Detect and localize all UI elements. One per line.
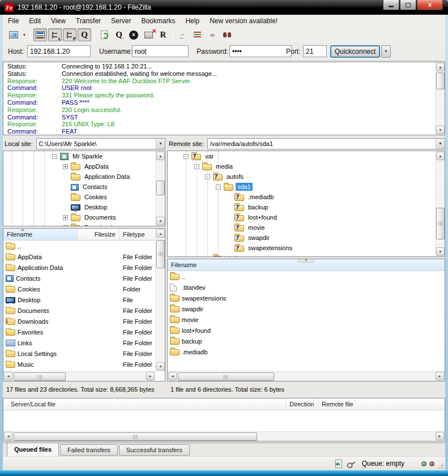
menu-file[interactable]: File (3, 15, 24, 27)
column-header-filename[interactable]: Filename (3, 229, 78, 240)
toggle-log-button[interactable] (33, 28, 47, 41)
tree-item-autofs[interactable]: -autofs (168, 171, 445, 182)
host-input[interactable] (27, 45, 91, 57)
scrollbar-thumb[interactable] (156, 240, 165, 268)
expand-icon[interactable]: + (63, 164, 68, 169)
tree-item-mr-sparkle[interactable]: -Mr Sparkle (3, 151, 165, 161)
file-row[interactable]: LinksFile Folder (3, 337, 165, 348)
tab-queued-files[interactable]: Queued files (7, 443, 59, 456)
scrollbar-thumb[interactable] (14, 372, 66, 381)
file-row[interactable]: lost+found (168, 325, 445, 336)
collapse-expander-icon[interactable]: - (184, 154, 189, 159)
menu-new-version[interactable]: New version available! (204, 15, 283, 27)
tree-item-mediadb[interactable]: .mediadb (168, 192, 445, 202)
remote-tree-scrollbar[interactable]: ▲ ▼ (435, 151, 445, 256)
resize-grip[interactable] (438, 463, 444, 469)
tree-item-dvd[interactable]: dvd (168, 253, 445, 257)
tree-item-swapextensions[interactable]: swapextensions (168, 243, 445, 253)
expand-icon[interactable]: + (63, 225, 68, 227)
file-row[interactable]: AppDataFile Folder (3, 251, 165, 262)
file-row[interactable]: MusicFile Folder (3, 359, 165, 370)
file-row[interactable]: .. (3, 241, 165, 251)
toggle-queue-button[interactable]: Q (78, 28, 91, 41)
site-manager-dropdown[interactable]: ▼ (21, 28, 28, 41)
tree-item-downloads[interactable]: +Downloads (3, 222, 165, 226)
local-site-dropdown[interactable]: ▼ (156, 139, 165, 149)
cancel-button[interactable]: × (127, 28, 140, 41)
scroll-up-button[interactable]: ▲ (436, 152, 445, 160)
file-row[interactable]: Local SettingsFile Folder (3, 348, 165, 359)
scroll-up-button[interactable]: ▲ (156, 152, 165, 160)
local-site-input[interactable] (37, 139, 156, 149)
scrollbar-thumb[interactable] (436, 208, 445, 239)
file-row[interactable]: DesktopFile (3, 294, 165, 305)
tree-item-swapdir[interactable]: swapdir (168, 233, 445, 243)
scrollbar-thumb[interactable] (178, 372, 274, 381)
port-input[interactable] (303, 45, 327, 57)
queue-hscrollbar[interactable]: ◄ ► (3, 431, 445, 441)
scroll-left-button[interactable]: ◄ (4, 432, 12, 440)
find-files-button[interactable] (220, 28, 234, 41)
password-input[interactable] (229, 45, 292, 57)
transfer-type-icon[interactable]: A (335, 460, 342, 468)
local-list-vscrollbar[interactable]: ▲ ▼ (155, 229, 165, 371)
file-row[interactable]: FavoritesFile Folder (3, 327, 165, 337)
scrollbar-thumb[interactable] (14, 432, 257, 441)
tab-failed-transfers[interactable]: Failed transfers (60, 444, 118, 456)
reconnect-button[interactable]: R (156, 28, 170, 41)
menu-transfer[interactable]: Transfer (71, 15, 106, 27)
scroll-right-button[interactable]: ► (436, 372, 444, 380)
tree-item-desktop[interactable]: Desktop (3, 202, 165, 212)
close-button[interactable]: × (417, 0, 443, 10)
column-header-direction[interactable]: Direction (286, 398, 318, 410)
file-row[interactable]: .. (168, 271, 445, 282)
remote-site-dropdown[interactable]: ▼ (436, 139, 445, 149)
scrollbar-thumb[interactable] (436, 72, 445, 89)
process-queue-button[interactable]: Q→ (112, 28, 126, 41)
menu-edit[interactable]: Edit (24, 15, 46, 27)
quickconnect-button[interactable]: Quickconnect (330, 45, 380, 58)
local-tree-scrollbar[interactable]: ▲ ▼ (155, 151, 165, 226)
toggle-remote-tree-button[interactable]: F (63, 28, 76, 41)
file-row[interactable]: .mediadb (168, 346, 445, 357)
file-row[interactable]: backup (168, 336, 445, 346)
quickconnect-dropdown[interactable]: ▼ (381, 45, 391, 58)
local-list-hscrollbar[interactable]: ◄ ► (3, 371, 155, 381)
expand-icon[interactable]: + (63, 215, 68, 220)
collapse-expander-icon[interactable]: - (194, 164, 199, 169)
filter-button[interactable] (191, 28, 204, 41)
column-header-remote-file[interactable]: Remote file (318, 398, 445, 410)
tree-item-backup[interactable]: backup (168, 202, 445, 212)
column-header-filesize[interactable]: Filesize (78, 229, 120, 240)
collapse-expander-icon[interactable]: - (52, 154, 57, 159)
disconnect-button[interactable]: × (142, 28, 155, 41)
toggle-local-tree-button[interactable]: L (48, 28, 62, 41)
collapse-panel-icon[interactable]: ▼ (298, 259, 314, 263)
scroll-left-button[interactable]: ◄ (168, 372, 177, 380)
maximize-button[interactable] (400, 0, 416, 10)
file-row[interactable]: Application DataFile Folder (3, 262, 165, 273)
filezilla-logo-icon[interactable]: Fz (5, 3, 14, 12)
tree-item-sda1[interactable]: -sda1 (168, 182, 445, 192)
menu-view[interactable]: View (46, 15, 71, 27)
username-input[interactable] (132, 45, 189, 57)
menu-bookmarks[interactable]: Bookmarks (136, 15, 180, 27)
minimize-button[interactable] (383, 0, 399, 10)
column-header-server-local-file[interactable]: Server/Local file (3, 398, 286, 410)
scroll-down-button[interactable]: ▼ (156, 362, 165, 371)
log-scrollbar[interactable]: ▲ ▼ (435, 62, 445, 135)
file-row[interactable]: CookiesFolder (3, 284, 165, 294)
scroll-down-button[interactable]: ▼ (436, 247, 445, 256)
file-row[interactable]: .titandev (168, 282, 445, 293)
refresh-button[interactable] (97, 28, 111, 41)
scroll-right-button[interactable]: ► (436, 432, 444, 440)
file-row[interactable]: swapdir (168, 303, 445, 314)
tree-item-contacts[interactable]: Contacts (3, 182, 165, 192)
tree-item-documents[interactable]: +Documents (3, 212, 165, 222)
tree-item-application-data[interactable]: Application Data (3, 171, 165, 182)
file-row[interactable]: DownloadsFile Folder (3, 316, 165, 327)
directory-comparison-button[interactable]: →← (176, 28, 190, 41)
remote-site-input[interactable] (208, 139, 436, 149)
site-manager-button[interactable] (7, 28, 20, 41)
menu-help[interactable]: Help (180, 15, 204, 27)
